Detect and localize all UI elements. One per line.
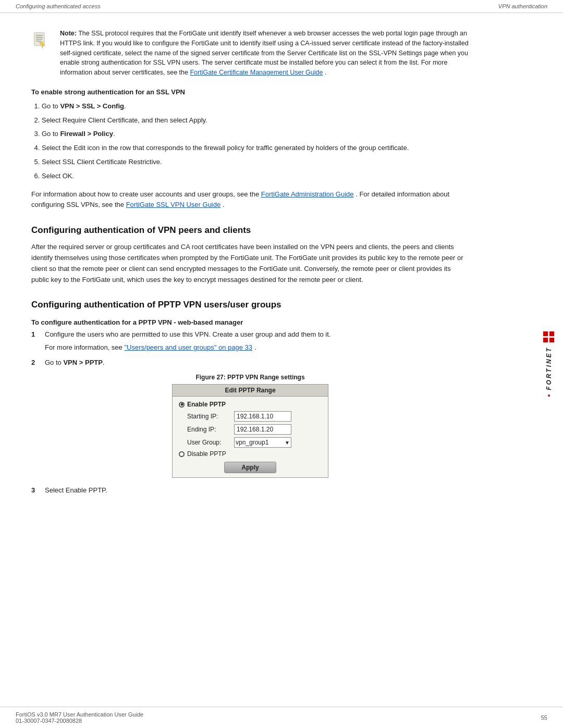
- apply-button[interactable]: Apply: [224, 462, 276, 473]
- pptp-step1-row: 1 Configure the users who are permitted …: [31, 330, 469, 338]
- pptp-see-link[interactable]: "Users/peers and user groups" on page 33: [124, 343, 252, 351]
- note-text: Note: The SSL protocol requires that the…: [60, 29, 469, 78]
- header-left: Configuring authenticated access: [16, 3, 101, 9]
- note-after-link: .: [325, 69, 326, 76]
- footer-right: 55: [541, 714, 547, 721]
- ssl-step-5: Select SSL Client Certificate Restrictiv…: [42, 157, 469, 168]
- user-group-row: User Group: vpn_group1 ▼: [179, 437, 322, 448]
- disable-pptp-radio[interactable]: [179, 451, 185, 457]
- ending-ip-label: Ending IP:: [187, 426, 234, 433]
- logo-cell-3: [543, 338, 548, 342]
- starting-ip-label: Starting IP:: [187, 413, 234, 420]
- note-box: Note: The SSL protocol requires that the…: [31, 29, 469, 78]
- pptp-step2-row: 2 Go to VPN > PPTP.: [31, 359, 469, 366]
- fortinet-logo: FORTINET: [534, 31, 563, 697]
- note-label: Note:: [60, 30, 77, 37]
- pptp-subheading: To configure authentication for a PPTP V…: [31, 318, 469, 326]
- pptp-form-title: Edit PPTP Range: [173, 385, 328, 397]
- ssl-end-text: .: [223, 201, 225, 208]
- pptp-see-text: For more information, see "Users/peers a…: [45, 343, 469, 351]
- ssl-step-6: Select OK.: [42, 171, 469, 182]
- logo-cell-4: [549, 338, 554, 342]
- fortinet-wordmark: FORTINET: [545, 347, 553, 390]
- logo-grid: [543, 331, 554, 342]
- ssl-link3[interactable]: FortiGate SSL VPN User Guide: [126, 201, 221, 208]
- ssl-heading: To enable strong authentication for an S…: [31, 88, 469, 96]
- ssl-step-4-text: Select the Edit icon in the row that cor…: [42, 144, 409, 152]
- ssl-step-2: Select Require Client Certificate, and t…: [42, 115, 469, 126]
- figure-caption: Figure 27: PPTP VPN Range settings: [31, 374, 469, 381]
- pptp-step2-num: 2: [31, 359, 40, 366]
- enable-pptp-radio[interactable]: [179, 402, 185, 408]
- pptp-form: Edit PPTP Range Enable PPTP Starting IP:…: [172, 384, 328, 478]
- pptp-step1-num: 1: [31, 330, 40, 338]
- footer: FortiOS v3.0 MR7 User Authentication Use…: [0, 707, 563, 728]
- vpn-peers-body: After the required server or group certi…: [31, 242, 469, 285]
- ssl-step-1: Go to VPN > SSL > Config.: [42, 101, 469, 112]
- pptp-step1-text: Configure the users who are permitted to…: [45, 330, 331, 338]
- pptp-step2-text: Go to VPN > PPTP.: [45, 359, 105, 366]
- select-arrow-icon: ▼: [285, 440, 290, 446]
- note-icon-svg: [31, 31, 50, 50]
- pptp-step3-num: 3: [31, 486, 40, 494]
- ssl-step-6-text: Select OK.: [42, 172, 74, 180]
- ssl-step-5-text: Select SSL Client Certificate Restrictiv…: [42, 158, 162, 166]
- enable-pptp-row: Enable PPTP: [179, 401, 322, 408]
- user-group-value: vpn_group1: [236, 439, 268, 446]
- ssl-step-3-bold: Firewall > Policy: [60, 130, 113, 138]
- disable-pptp-label: Disable PPTP: [187, 450, 226, 458]
- ssl-step-3: Go to Firewall > Policy.: [42, 129, 469, 140]
- pptp-step2-bold: VPN > PPTP: [63, 359, 103, 366]
- pptp-step3-text: Select Enable PPTP.: [45, 486, 107, 494]
- ssl-step-1-bold: VPN > SSL > Config: [60, 102, 124, 110]
- pptp-form-body: Enable PPTP Starting IP: 192.168.1.10 En…: [173, 397, 328, 477]
- svg-marker-6: [42, 47, 43, 49]
- vpn-peers-title: Configuring authentication of VPN peers …: [31, 225, 469, 236]
- header-right: VPN authentication: [498, 3, 547, 9]
- header: Configuring authenticated access VPN aut…: [0, 0, 563, 13]
- ssl-after-text-pre: For information about how to create user…: [31, 190, 261, 198]
- ssl-link2[interactable]: FortiGate Administration Guide: [261, 190, 354, 198]
- ssl-step-4: Select the Edit icon in the row that cor…: [42, 143, 469, 154]
- pptp-title: Configuring authentication of PPTP VPN u…: [31, 300, 469, 310]
- user-group-label: User Group:: [187, 439, 234, 446]
- footer-left-title: FortiOS v3.0 MR7 User Authentication Use…: [16, 711, 143, 718]
- logo-trademark-dot: [548, 394, 550, 397]
- note-link1[interactable]: FortiGate Certificate Management User Gu…: [190, 69, 323, 76]
- logo-cell-1: [543, 331, 548, 336]
- note-icon: [31, 29, 52, 50]
- enable-pptp-label: Enable PPTP: [187, 401, 226, 408]
- ssl-after-text: For information about how to create user…: [31, 189, 469, 211]
- footer-left: FortiOS v3.0 MR7 User Authentication Use…: [16, 711, 143, 724]
- ending-ip-row: Ending IP: 192.168.1.20: [179, 424, 322, 435]
- footer-left-doc-num: 01-30007-0347-20080828: [16, 718, 82, 724]
- logo-cell-2: [549, 331, 554, 336]
- ssl-steps: Go to VPN > SSL > Config. Select Require…: [42, 101, 469, 182]
- pptp-step3-row: 3 Select Enable PPTP.: [31, 486, 469, 494]
- starting-ip-row: Starting IP: 192.168.1.10: [179, 411, 322, 422]
- starting-ip-input[interactable]: 192.168.1.10: [234, 411, 291, 422]
- disable-pptp-row: Disable PPTP: [179, 450, 322, 458]
- ssl-step-2-text: Select Require Client Certificate, and t…: [42, 116, 207, 124]
- ending-ip-input[interactable]: 192.168.1.20: [234, 424, 291, 435]
- user-group-select[interactable]: vpn_group1 ▼: [234, 437, 291, 448]
- main-content: Note: The SSL protocol requires that the…: [0, 13, 500, 525]
